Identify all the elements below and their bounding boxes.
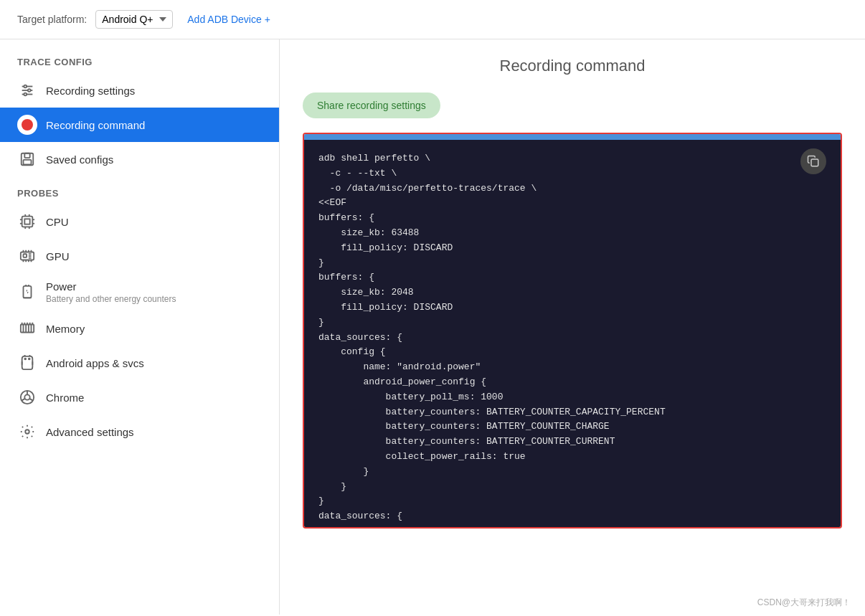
content-area: Recording command Share recording settin… [280,39,865,615]
terminal-line: adb shell perfetto \ [318,151,826,166]
terminal-line: size_kb: 63488 [318,226,826,241]
copy-button[interactable] [800,148,826,174]
terminal-line: } [318,256,826,271]
watermark: CSDN@大哥来打我啊！ [757,597,851,609]
terminal-line: config { [318,345,826,360]
sidebar-item-advanced-settings[interactable]: Advanced settings [0,414,279,449]
share-recording-button[interactable]: Share recording settings [303,93,440,118]
sliders-icon [17,80,37,100]
probes-title: Probes [0,182,279,204]
settings-icon [17,422,37,442]
terminal-line: -c - --txt \ [318,166,826,181]
terminal-wrapper: adb shell perfetto \ -c - --txt \ -o /da… [303,133,842,529]
terminal-line: data_sources: { [318,509,826,524]
page-title: Recording command [303,57,842,75]
record-icon [17,115,37,135]
terminal-body[interactable]: adb shell perfetto \ -c - --txt \ -o /da… [304,140,841,527]
chrome-label: Chrome [46,392,84,404]
power-icon [17,283,37,303]
svg-rect-58 [811,159,818,166]
trace-config-title: Trace config [0,51,279,73]
memory-label: Memory [46,323,85,335]
terminal-line: } [318,494,826,509]
svg-rect-9 [22,217,33,227]
svg-line-49 [29,355,31,356]
svg-point-5 [24,93,27,96]
terminal-lines: adb shell perfetto \ -c - --txt \ -o /da… [318,151,826,524]
terminal-line: data_sources: { [318,331,826,346]
top-bar: Target platform: Android Q+ Android P Li… [0,0,865,39]
terminal-line: battery_counters: BATTERY_COUNTER_CURREN… [318,435,826,450]
terminal-line: fill_policy: DISCARD [318,300,826,316]
svg-rect-10 [24,219,29,224]
cpu-label: CPU [46,216,69,228]
recording-settings-label: Recording settings [46,85,135,97]
svg-point-46 [24,359,26,360]
svg-rect-7 [24,153,29,158]
sidebar-item-cpu[interactable]: CPU [0,204,279,239]
sidebar-item-recording-settings[interactable]: Recording settings [0,73,279,108]
sidebar-item-recording-command[interactable]: Recording command [0,108,279,142]
main-layout: Trace config Recording settings Recordin [0,39,865,615]
svg-point-4 [28,89,31,92]
svg-line-48 [24,355,25,356]
terminal-line: fill_policy: DISCARD [318,241,826,256]
terminal-header [304,134,841,140]
terminal-line: name: "android.power" [318,360,826,375]
android-apps-label: Android apps & svcs [46,357,144,369]
sidebar-item-gpu[interactable]: GPU [0,239,279,273]
terminal-line: collect_power_rails: true [318,450,826,465]
terminal-line: } [318,465,826,480]
svg-line-55 [29,399,33,401]
svg-line-56 [22,399,25,401]
svg-point-53 [24,394,29,399]
recording-command-label: Recording command [46,119,145,131]
android-icon [17,353,37,373]
svg-rect-20 [24,254,27,257]
saved-configs-label: Saved configs [46,153,113,166]
power-sub: Battery and other energy counters [46,294,176,304]
terminal-line: battery_counters: BATTERY_COUNTER_CAPACI… [318,405,826,420]
svg-point-57 [25,430,29,434]
sidebar-item-chrome[interactable]: Chrome [0,380,279,414]
cpu-icon [17,212,37,232]
sidebar-item-power[interactable]: Power Battery and other energy counters [0,273,279,311]
gpu-label: GPU [46,250,70,262]
svg-rect-8 [24,160,32,164]
record-dot [22,119,33,131]
terminal-line: battery_counters: BATTERY_COUNTER_CHARGE [318,420,826,435]
svg-point-47 [29,359,30,360]
gpu-icon [17,246,37,266]
platform-select[interactable]: Android Q+ Android P Linux Chrome OS Win… [95,10,173,29]
terminal-line: } [318,480,826,495]
svg-point-3 [24,85,27,88]
sidebar: Trace config Recording settings Recordin [0,39,280,615]
add-adb-button[interactable]: Add ADB Device + [181,11,276,28]
platform-label: Target platform: [17,14,87,25]
memory-icon [17,318,37,338]
terminal-line: buffers: { [318,270,826,285]
sidebar-item-android-apps[interactable]: Android apps & svcs [0,346,279,380]
terminal-line: -o /data/misc/perfetto-traces/trace \ [318,181,826,196]
terminal-line: android_power_config { [318,375,826,390]
power-content: Power Battery and other energy counters [46,280,176,304]
add-icon: + [265,14,270,25]
terminal-line: buffers: { [318,211,826,226]
terminal-line: battery_poll_ms: 1000 [318,390,826,405]
terminal-line: <<EOF [318,196,826,211]
sidebar-item-memory[interactable]: Memory [0,311,279,346]
advanced-settings-label: Advanced settings [46,426,134,438]
chrome-icon [17,387,37,407]
add-adb-label: Add ADB Device [187,14,262,25]
terminal-line: } [318,316,826,331]
save-icon [17,149,37,169]
sidebar-item-saved-configs[interactable]: Saved configs [0,142,279,176]
power-label: Power [46,280,176,293]
terminal-line: size_kb: 2048 [318,285,826,300]
